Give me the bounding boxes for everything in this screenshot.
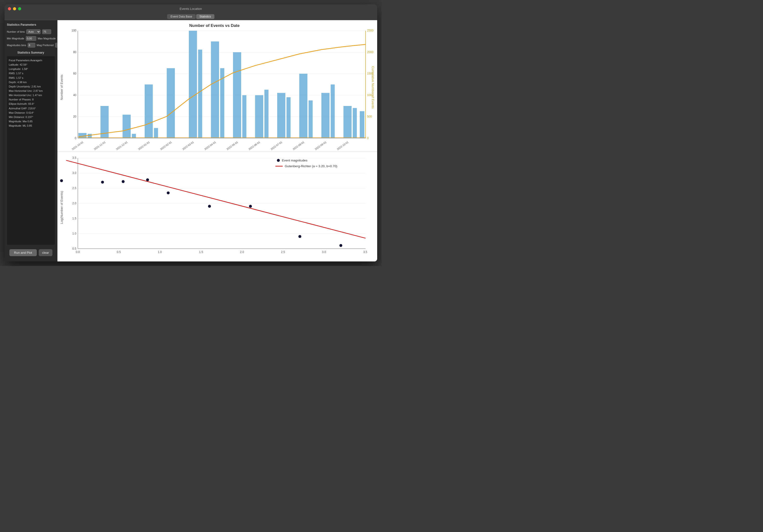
window-controls	[8, 7, 21, 10]
stats-box: Focal Parameters Avarage/nLatitude: 42.5…	[7, 56, 55, 245]
svg-rect-27	[122, 115, 131, 138]
svg-rect-36	[233, 52, 241, 138]
svg-text:2022-07-01: 2022-07-01	[270, 140, 282, 151]
svg-text:1500: 1500	[367, 72, 373, 75]
svg-text:2022-01-01: 2022-01-01	[138, 140, 150, 151]
svg-rect-44	[321, 93, 329, 138]
svg-text:3.0: 3.0	[322, 250, 326, 254]
svg-text:60: 60	[73, 72, 76, 75]
svg-point-93	[208, 205, 211, 208]
svg-point-90	[122, 180, 125, 183]
svg-text:0: 0	[367, 136, 369, 140]
svg-rect-43	[308, 100, 312, 138]
titlebar: Events Location	[5, 4, 377, 13]
stat-line: Latitude: 42.56°	[9, 62, 53, 67]
bottom-chart-svg: Log(Number of Events)	[57, 152, 377, 261]
svg-point-92	[166, 192, 169, 194]
svg-text:2022-03-01: 2022-03-01	[181, 140, 194, 151]
svg-text:2021-11-01: 2021-11-01	[93, 140, 106, 151]
magnitude-bins-input[interactable]	[28, 43, 35, 47]
magnitude-bins-row: Magnitudes bins Mag Preferred Mw	[7, 43, 55, 47]
svg-point-95	[298, 235, 301, 238]
magnitude-range-row: Min Magnitude Max Magnitude	[7, 36, 55, 41]
stat-line: Depth: 4.98 km	[9, 80, 53, 84]
svg-rect-48	[360, 111, 364, 138]
sidebar-title: Statistics Parameters	[7, 23, 55, 27]
top-chart-svg: Number of Events vs Date Number of Event…	[57, 20, 377, 152]
svg-text:80: 80	[73, 50, 76, 54]
svg-text:40: 40	[73, 93, 76, 97]
clear-button[interactable]: clear	[39, 249, 52, 256]
svg-text:0.5: 0.5	[117, 250, 121, 254]
number-of-bins-input[interactable]	[42, 29, 51, 34]
main-content: Statistics Parameters Number of bins Aut…	[5, 20, 377, 261]
chart-area: Number of Events vs Date Number of Event…	[57, 20, 377, 261]
svg-rect-40	[277, 93, 285, 138]
min-magnitude-input[interactable]	[26, 36, 36, 41]
stat-line: Azimuthal GAP: 218.6°	[9, 106, 53, 111]
svg-rect-46	[343, 106, 352, 138]
minimize-button[interactable]	[13, 7, 16, 10]
svg-text:2.0: 2.0	[240, 250, 244, 254]
svg-rect-38	[255, 95, 263, 138]
svg-text:2.5: 2.5	[281, 250, 285, 254]
svg-rect-45	[331, 84, 335, 138]
number-of-bins-label: Number of bins	[7, 30, 25, 33]
svg-text:1.0: 1.0	[158, 250, 162, 254]
svg-text:2022-08-01: 2022-08-01	[292, 140, 305, 151]
svg-text:1.5: 1.5	[72, 217, 76, 220]
svg-rect-29	[145, 84, 153, 138]
top-chart: Number of Events vs Date Number of Event…	[57, 20, 377, 152]
svg-rect-30	[154, 128, 158, 138]
stat-line: Max Distance: 0.614°	[9, 111, 53, 115]
svg-rect-33	[198, 49, 202, 138]
svg-point-97	[277, 159, 279, 162]
svg-rect-47	[353, 108, 357, 138]
run-and-plot-button[interactable]: Run and Plot	[9, 249, 37, 256]
svg-rect-42	[299, 74, 307, 138]
svg-text:2021-10-01: 2021-10-01	[71, 140, 84, 151]
svg-text:2022-06-01: 2022-06-01	[248, 140, 260, 151]
stat-line: Number of Phases: 8	[9, 97, 53, 102]
number-of-bins-select[interactable]: Auto	[26, 29, 41, 34]
close-button[interactable]	[8, 7, 11, 10]
stat-line: Longitude: 1.58°	[9, 67, 53, 71]
svg-text:0.0: 0.0	[76, 250, 80, 254]
sidebar: Statistics Parameters Number of bins Aut…	[5, 20, 57, 261]
svg-text:2022-02-01: 2022-02-01	[160, 140, 172, 151]
svg-point-88	[60, 179, 63, 182]
svg-text:1.5: 1.5	[199, 250, 203, 254]
magnitude-bins-label: Magnitudes bins	[7, 44, 26, 46]
svg-point-94	[249, 205, 252, 208]
min-magnitude-label: Min Magnitude	[7, 37, 24, 40]
svg-text:Event magnitudes: Event magnitudes	[282, 159, 307, 162]
svg-rect-34	[211, 42, 219, 138]
svg-rect-39	[264, 90, 268, 138]
svg-text:2022-04-01: 2022-04-01	[204, 140, 216, 151]
maximize-button[interactable]	[18, 7, 21, 10]
svg-text:0: 0	[74, 136, 76, 140]
svg-point-96	[339, 244, 342, 247]
svg-text:500: 500	[367, 115, 372, 118]
svg-text:2500: 2500	[367, 29, 373, 32]
window-title: Events Location	[179, 7, 202, 11]
tab-event-data-base[interactable]: Event Data Base	[167, 14, 195, 19]
stat-line: RMS: 1.57 s	[9, 71, 53, 75]
svg-text:Number of Events: Number of Events	[59, 74, 63, 100]
tab-statistics[interactable]: Statistics	[196, 14, 214, 19]
svg-text:Gutenberg-Richter (a = 3.20, b: Gutenberg-Richter (a = 3.20, b=0.70)	[284, 164, 337, 168]
svg-text:Log(Number of Events): Log(Number of Events)	[59, 191, 63, 224]
stats-summary-title: Statistics Summary	[7, 51, 55, 54]
svg-text:2.0: 2.0	[72, 202, 76, 205]
number-of-bins-row: Number of bins Auto	[7, 29, 55, 34]
main-window: Events Location Event Data Base Statisti…	[5, 4, 377, 261]
stat-line: Min Horizontal Unc: 1.47 km	[9, 93, 53, 97]
svg-rect-32	[189, 31, 197, 138]
stat-line: Min Distance: 0.197°	[9, 115, 53, 119]
max-magnitude-label: Max Magnitude	[38, 37, 56, 40]
svg-text:2022-09-01: 2022-09-01	[314, 140, 327, 151]
svg-text:2022-05-01: 2022-05-01	[226, 140, 238, 151]
svg-text:3.5: 3.5	[72, 156, 76, 159]
stat-line: RMS: 1.57 s	[9, 76, 53, 80]
svg-text:2022-10-01: 2022-10-01	[336, 140, 349, 151]
